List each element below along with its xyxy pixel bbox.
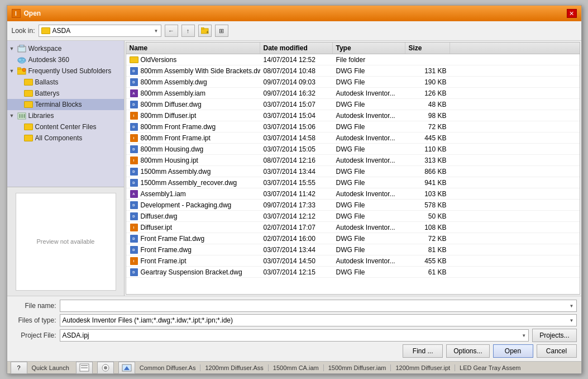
table-row[interactable]: D Diffuser.dwg 03/07/2014 12:12 DWG File…: [126, 211, 580, 222]
dwg-icon: D: [130, 123, 138, 131]
file-name-input[interactable]: ▼: [60, 300, 577, 312]
table-row[interactable]: OldVersions 14/07/2014 12:52 File folder: [126, 54, 580, 65]
quick-launch-btn1[interactable]: [76, 362, 93, 374]
file-name: Development - Packaging.dwg: [141, 201, 232, 209]
title-bar: I Open ✕: [7, 6, 581, 21]
view-button[interactable]: ⊞: [215, 25, 228, 37]
header-size[interactable]: Size: [405, 42, 450, 54]
file-type-icon: D: [130, 67, 138, 75]
table-row[interactable]: D Development - Packaging.dwg 09/07/2014…: [126, 200, 580, 211]
sidebar-item-label: Batterys: [35, 89, 60, 97]
svg-point-10: [22, 68, 26, 72]
iam-icon: A: [130, 89, 138, 97]
table-row[interactable]: A 800mm Assembly.iam 09/07/2014 16:32 Au…: [126, 88, 580, 99]
table-row[interactable]: D 800mm Diffuser.dwg 03/07/2014 15:07 DW…: [126, 99, 580, 110]
file-type: Autodesk Inventor...: [333, 111, 405, 120]
file-type: DWG File: [333, 122, 405, 131]
table-row[interactable]: D 800mm Assembly.dwg 09/07/2014 09:03 DW…: [126, 77, 580, 88]
file-date: 08/07/2014 10:48: [260, 67, 333, 75]
chevron-down-icon: ▼: [522, 333, 526, 338]
table-row[interactable]: I 800mm Front Frame.ipt 03/07/2014 14:58…: [126, 132, 580, 144]
project-file-combo[interactable]: ASDA.ipj ▼: [60, 329, 529, 342]
sidebar-item-autodesk360[interactable]: Autodesk 360: [7, 54, 124, 65]
file-size: 72 KB: [405, 234, 450, 243]
file-date: 03/07/2014 14:50: [260, 257, 333, 266]
file-size: 941 KB: [405, 178, 450, 187]
sidebar-item-workspace[interactable]: ▼ Workspace: [7, 43, 124, 54]
file-name: 1500mm Assembly.dwg: [141, 168, 211, 176]
options-button[interactable]: Options...: [446, 344, 489, 358]
dialog-title: Open: [24, 10, 41, 17]
table-row[interactable]: D Front Frame.dwg 03/07/2014 13:44 DWG F…: [126, 244, 580, 255]
file-type: Autodesk Inventor...: [333, 190, 405, 198]
find-button[interactable]: Find ...: [403, 344, 443, 358]
sidebar-item-content-center[interactable]: Content Center Files: [7, 121, 124, 132]
file-size: 866 KB: [405, 167, 450, 176]
sidebar-item-all-components[interactable]: All Components: [7, 132, 124, 144]
cancel-button[interactable]: Cancel: [537, 344, 577, 358]
file-type-icon: D: [130, 167, 138, 176]
table-row[interactable]: D 1500mm Assembly_recover.dwg 03/07/2014…: [126, 177, 580, 188]
table-row[interactable]: D Geartray Suspension Bracket.dwg 03/07/…: [126, 267, 580, 278]
sidebar-item-ballasts[interactable]: Ballasts: [7, 77, 124, 88]
file-size: 72 KB: [405, 122, 450, 131]
close-icon[interactable]: ✕: [567, 9, 577, 18]
open-button[interactable]: Open: [493, 344, 533, 358]
file-size: 445 KB: [405, 134, 450, 143]
table-row[interactable]: I Front Frame.ipt 03/07/2014 14:50 Autod…: [126, 255, 580, 267]
file-name: 800mm Diffuser.dwg: [141, 101, 202, 108]
dwg-icon: D: [130, 201, 138, 209]
file-type: DWG File: [333, 78, 405, 87]
quick-launch-btn2[interactable]: [97, 362, 114, 374]
table-row[interactable]: D 1500mm Assembly.dwg 03/07/2014 13:44 D…: [126, 166, 580, 177]
up-button[interactable]: ↑: [181, 25, 195, 37]
table-row[interactable]: D 800mm Housing.dwg 03/07/2014 15:05 DWG…: [126, 144, 580, 155]
app-icon: I: [12, 9, 21, 18]
file-name-cell: A 800mm Assembly.iam: [126, 88, 260, 98]
back-button[interactable]: ←: [165, 25, 178, 37]
dwg-icon: D: [130, 101, 138, 108]
file-date: 03/07/2014 13:44: [260, 167, 333, 176]
svg-point-19: [104, 366, 107, 369]
new-folder-button[interactable]: +: [198, 25, 212, 37]
file-name-cell: D Diffuser.dwg: [126, 211, 260, 221]
sidebar-item-frequently-used[interactable]: ▼ Frequently Used Subfolders: [7, 65, 124, 77]
table-row[interactable]: I 800mm Diffuser.ipt 03/07/2014 15:04 Au…: [126, 110, 580, 121]
sidebar-item-batterys[interactable]: Batterys: [7, 88, 124, 99]
sidebar-item-terminal-blocks[interactable]: Terminal Blocks: [7, 99, 124, 110]
file-type: DWG File: [333, 100, 405, 109]
header-date[interactable]: Date modified: [260, 42, 333, 54]
table-row[interactable]: I Diffuser.ipt 02/07/2014 17:07 Autodesk…: [126, 222, 580, 233]
projects-button[interactable]: Projects...: [532, 329, 576, 342]
file-type: Autodesk Inventor...: [333, 257, 405, 266]
svg-point-7: [22, 59, 25, 61]
file-size: 578 KB: [405, 201, 450, 210]
table-row[interactable]: I 800mm Housing.ipt 08/07/2014 12:16 Aut…: [126, 155, 580, 166]
table-row[interactable]: D 800mm Assembly With Side Brackets.dwg …: [126, 65, 580, 77]
files-of-type-combo[interactable]: Autodesk Inventor Files (*.iam;*.dwg;*.i…: [60, 314, 577, 326]
quick-launch-btn3[interactable]: [118, 362, 135, 374]
file-name-cell: D 800mm Diffuser.dwg: [126, 100, 260, 110]
file-name-cell: I 800mm Front Frame.ipt: [126, 133, 260, 143]
sidebar-item-libraries[interactable]: ▼ Libraries: [7, 110, 124, 121]
header-type[interactable]: Type: [333, 42, 405, 54]
svg-rect-16: [81, 365, 88, 366]
file-date: 09/07/2014 09:03: [260, 78, 333, 87]
sidebar-item-label: Ballasts: [35, 78, 59, 86]
file-type: Autodesk Inventor...: [333, 89, 405, 98]
file-name: 800mm Assembly With Side Brackets.dwg: [141, 67, 260, 75]
file-date: 03/07/2014 15:05: [260, 145, 333, 154]
look-in-combo[interactable]: ASDA ▼: [39, 25, 161, 37]
help-button[interactable]: ?: [11, 362, 27, 374]
preview-panel: Preview not available: [7, 187, 125, 296]
table-row[interactable]: D 800mm Front Frame.dwg 03/07/2014 15:06…: [126, 121, 580, 132]
file-type: Autodesk Inventor...: [333, 156, 405, 165]
file-date: 03/07/2014 15:55: [260, 178, 333, 187]
header-name[interactable]: Name: [126, 42, 260, 54]
file-date: 03/07/2014 13:44: [260, 245, 333, 254]
table-row[interactable]: A Assembly1.iam 03/07/2014 11:42 Autodes…: [126, 188, 580, 200]
file-list[interactable]: Name Date modified Type Size OldVersions…: [126, 42, 580, 295]
svg-rect-1: [201, 27, 204, 29]
right-panel: Name Date modified Type Size OldVersions…: [125, 41, 581, 296]
table-row[interactable]: D Front Frame Flat.dwg 02/07/2014 16:00 …: [126, 233, 580, 244]
